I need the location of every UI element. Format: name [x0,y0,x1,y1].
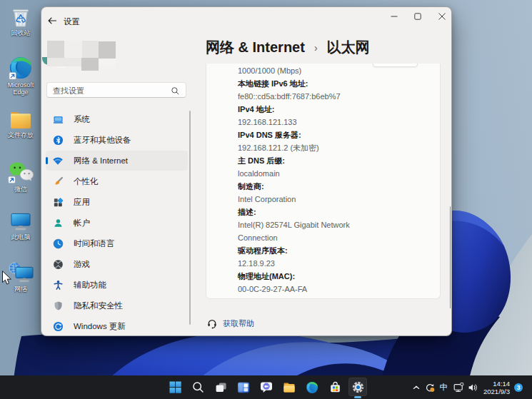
user-profile-censored[interactable] [41,34,163,79]
sidebar-item-personalization[interactable]: 个性化 [46,171,188,191]
content-pane: 网络 & Internet › 以太网 1000/1000 (Mbps)本地链接… [206,35,451,335]
desktop-icon-edge[interactable]: Microsoft Edge [1,54,41,96]
this-pc-icon [1,213,41,232]
property-label: 制造商: [238,180,434,193]
taskbar-button-widgets[interactable] [232,375,255,399]
personalization-icon [52,176,64,187]
sidebar-item-label: 游戏 [74,259,90,270]
taskbar: 中 14:14 2021/9/3 [0,375,532,399]
desktop-icon-label: 网络 [1,286,41,293]
tray-time: 14:14 [483,380,510,388]
sidebar-item-label: 辅助功能 [74,280,106,291]
task-view-icon [215,381,227,393]
widgets-icon [237,382,250,393]
minimize-button[interactable] [382,7,406,25]
property-label: IPv4 DNS 服务器: [238,128,434,141]
property-label: IPv4 地址: [238,103,434,116]
settings-window: 设置 [41,6,452,336]
tray-update-sync-icon[interactable] [423,375,436,399]
sidebar-item-label: 时间和语言 [74,238,115,249]
sidebar-item-label: 隐私和安全性 [74,300,123,311]
desktop-icon-label: 此电脑 [1,233,41,241]
taskbar-button-chat[interactable] [255,375,278,399]
breadcrumb: 网络 & Internet › 以太网 [206,39,370,56]
desktop-icon-recycle-bin[interactable]: 回收站 [1,6,41,36]
mouse-cursor [1,271,13,286]
privacy-icon [52,300,64,311]
property-label: 物理地址(MAC): [238,270,434,283]
edge-icon [306,381,318,394]
titlebar: 设置 [41,6,451,35]
apps-icon [52,196,64,208]
property-value: 192.168.121.133 [238,116,361,128]
settings-icon [351,380,365,394]
maximize-button[interactable] [406,7,429,25]
taskbar-button-task-view[interactable] [209,375,232,399]
close-icon [438,13,446,20]
back-arrow-icon [46,15,58,26]
profile-censor-block [99,59,116,66]
search-input[interactable]: 查找设置 [46,82,186,98]
folder-icon [1,108,41,130]
edge-icon [1,54,41,80]
profile-censor-block [47,41,64,58]
sidebar-item-system[interactable]: 系统 [46,109,188,129]
notification-badge[interactable]: 3 [514,383,523,392]
sidebar-item-privacy[interactable]: 隐私和安全性 [46,296,188,315]
scroll-viewport: 1000/1000 (Mbps)本地链接 IPv6 地址:fe80::cd5a:… [206,64,452,335]
tray-ime-indicator[interactable]: 中 [436,375,451,399]
close-button[interactable] [430,7,452,25]
content-scrollbar[interactable] [450,206,451,308]
tray-volume-icon[interactable] [466,375,479,399]
sidebar: 查找设置 系统 蓝牙和其他设备 网络 & Internet 个性化 应用 [41,35,194,335]
desktop-icon-this-pc[interactable]: 此电脑 [1,213,41,241]
tray-date: 2021/9/3 [483,388,510,395]
search-icon [171,86,180,99]
time-icon [52,238,64,249]
sidebar-item-gaming[interactable]: 游戏 [46,254,188,274]
sidebar-scrollbar[interactable] [189,111,191,325]
page-title: 以太网 [327,38,370,57]
window-title: 设置 [64,16,80,27]
tray-clock[interactable]: 14:14 2021/9/3 [483,375,510,399]
taskbar-button-settings[interactable] [346,375,369,399]
get-help-icon [207,319,217,329]
property-value: 1000/1000 (Mbps) [238,64,361,77]
property-value: fe80::cd5a:bdff:7687:b6eb%7 [238,90,361,103]
start-icon [169,381,181,393]
sidebar-item-label: 网络 & Internet [74,156,128,166]
tray-chevron-up-icon[interactable] [410,375,423,399]
sidebar-item-time[interactable]: 时间和语言 [46,233,188,253]
system-tray: 中 14:14 2021/9/3 [410,375,532,399]
gaming-icon [52,258,64,270]
property-value: Intel Corporation [238,193,361,206]
sidebar-item-apps[interactable]: 应用 [46,192,188,212]
help-row: 获取帮助 [207,318,254,329]
taskbar-button-file-explorer[interactable] [278,375,301,399]
sidebar-item-update[interactable]: Windows 更新 [46,316,188,336]
sidebar-nav: 系统 蓝牙和其他设备 网络 & Internet 个性化 应用 帐户 时间和语言… [46,109,188,336]
sidebar-item-bluetooth[interactable]: 蓝牙和其他设备 [46,130,188,150]
desktop-icon-wechat[interactable]: 微信 [1,161,41,193]
sidebar-item-label: 个性化 [74,176,99,187]
desktop: 回收站 Microsoft Edge 文件存放 微信 此电脑 网络 [0,0,532,399]
taskbar-button-search[interactable] [186,375,209,399]
sidebar-item-accessibility[interactable]: 辅助功能 [46,275,188,295]
sidebar-item-accounts[interactable]: 帐户 [46,213,188,233]
property-value: 00-0C-29-27-AA-FA [238,283,361,296]
back-button[interactable] [44,13,61,29]
get-help-link[interactable]: 获取帮助 [223,318,254,329]
desktop-icon-folder[interactable]: 文件存放 [1,108,41,138]
taskbar-button-start[interactable] [164,375,186,399]
desktop-icon-label: 微信 [1,186,41,193]
sidebar-item-network[interactable]: 网络 & Internet [46,151,188,171]
breadcrumb-chevron-icon: › [314,41,318,54]
taskbar-button-store[interactable] [323,375,346,399]
desktop-icon-label: 回收站 [1,29,41,36]
tray-network-icon[interactable] [451,375,466,399]
breadcrumb-root[interactable]: 网络 & Internet [206,38,305,57]
taskbar-button-edge[interactable] [301,375,323,399]
properties-list: 1000/1000 (Mbps)本地链接 IPv6 地址:fe80::cd5a:… [238,64,434,296]
property-label: 主 DNS 后缀: [238,154,434,167]
profile-censor-block [81,58,99,71]
